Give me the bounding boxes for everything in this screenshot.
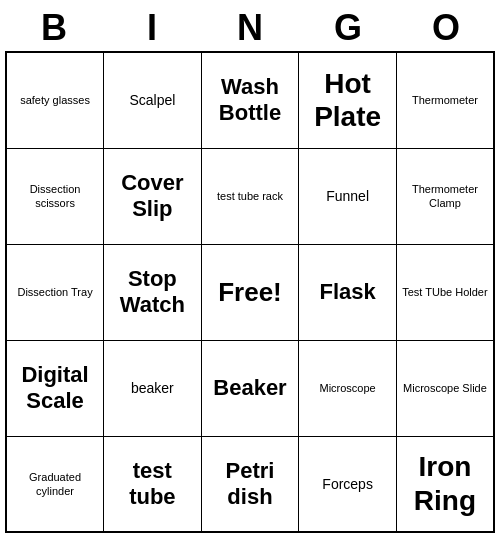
bingo-letter: I xyxy=(103,6,201,49)
cell-r4-c0: Graduated cylinder xyxy=(6,436,104,532)
cell-r1-c1: Cover Slip xyxy=(104,148,202,244)
bingo-letter: O xyxy=(397,6,495,49)
cell-r4-c4: Iron Ring xyxy=(396,436,494,532)
cell-r1-c2: test tube rack xyxy=(201,148,299,244)
cell-r0-c0: safety glasses xyxy=(6,52,104,148)
cell-r4-c2: Petri dish xyxy=(201,436,299,532)
bingo-letter: G xyxy=(299,6,397,49)
bingo-letter: N xyxy=(201,6,299,49)
cell-r3-c4: Microscope Slide xyxy=(396,340,494,436)
cell-r2-c2: Free! xyxy=(201,244,299,340)
cell-r4-c3: Forceps xyxy=(299,436,397,532)
bingo-grid: safety glassesScalpelWash BottleHot Plat… xyxy=(5,51,495,533)
cell-r0-c4: Thermometer xyxy=(396,52,494,148)
cell-r3-c2: Beaker xyxy=(201,340,299,436)
cell-r3-c1: beaker xyxy=(104,340,202,436)
cell-r2-c4: Test TUbe Holder xyxy=(396,244,494,340)
cell-r2-c0: Dissection Tray xyxy=(6,244,104,340)
cell-r1-c3: Funnel xyxy=(299,148,397,244)
cell-r0-c3: Hot Plate xyxy=(299,52,397,148)
cell-r3-c3: Microscope xyxy=(299,340,397,436)
bingo-header: BINGO xyxy=(5,6,495,49)
cell-r3-c0: Digital Scale xyxy=(6,340,104,436)
cell-r2-c1: Stop Watch xyxy=(104,244,202,340)
cell-r1-c4: Thermometer Clamp xyxy=(396,148,494,244)
cell-r1-c0: Dissection scissors xyxy=(6,148,104,244)
bingo-letter: B xyxy=(5,6,103,49)
cell-r2-c3: Flask xyxy=(299,244,397,340)
cell-r4-c1: test tube xyxy=(104,436,202,532)
cell-r0-c1: Scalpel xyxy=(104,52,202,148)
cell-r0-c2: Wash Bottle xyxy=(201,52,299,148)
